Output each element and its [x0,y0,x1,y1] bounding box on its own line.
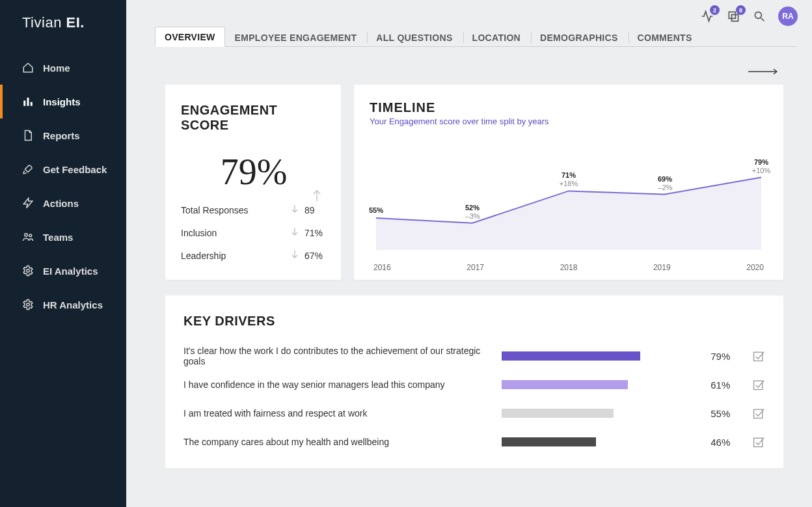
metric-value: 67% [304,251,327,261]
driver-bar [502,380,628,389]
tab-all-questions[interactable]: ALL QUESTIONS [366,27,462,47]
rocket-icon [22,163,34,175]
bars-icon [22,96,34,107]
sidebar-item-label: Reports [43,130,80,141]
engagement-title: ENGAGEMENT SCORE [181,103,327,133]
tab-location[interactable]: LOCATION [463,27,530,47]
svg-rect-17 [754,352,763,361]
driver-row: I have confidence in the way senior mana… [183,370,765,399]
driver-percent: 79% [677,351,742,362]
svg-point-4 [25,234,28,237]
timeline-x-labels: 20162017201820192020 [370,263,768,272]
key-drivers-title: KEY DRIVERS [183,314,765,329]
driver-bar [502,351,640,361]
brand-logo: Tivian EI. [0,0,126,51]
svg-rect-1 [27,98,29,106]
driver-label: I have confidence in the way senior mana… [183,379,502,390]
expand-arrow[interactable] [748,68,779,75]
topbar: 2 8 RA [700,7,798,26]
driver-checkbox[interactable] [742,349,765,363]
metric-row: Inclusion71% [181,227,327,238]
svg-rect-20 [754,438,763,446]
svg-rect-19 [754,409,763,418]
svg-point-7 [27,303,30,307]
chart-point-label: 69%--2% [657,175,672,192]
search-icon[interactable] [752,9,766,23]
svg-line-11 [761,18,765,21]
driver-checkbox[interactable] [742,407,765,420]
sidebar-item-label: Teams [43,232,73,243]
brand-text-a: Tivian [22,14,66,31]
driver-percent: 46% [677,437,742,448]
avatar[interactable]: RA [778,7,798,26]
sidebar-item-label: Insights [43,96,81,107]
driver-checkbox[interactable] [742,378,765,391]
windows-badge: 8 [736,5,746,15]
driver-row: The company cares about my health and we… [183,428,765,456]
svg-point-6 [27,269,30,273]
svg-rect-18 [754,381,763,389]
driver-bar-track [502,380,677,389]
driver-row: It's clear how the work I do contributes… [183,342,765,370]
metric-label: Inclusion [181,228,291,238]
app-root: Tivian EI. HomeInsightsReportsGet Feedba… [0,0,812,507]
people-icon [22,231,34,243]
home-icon [22,62,34,74]
engagement-score-value: 79% [221,152,288,192]
engagement-big-score: 79% [181,151,327,193]
chart-point-label: 55% [369,206,383,215]
activity-icon[interactable]: 2 [700,9,714,23]
main-content: OVERVIEWEMPLOYEE ENGAGEMENTALL QUESTIONS… [126,0,812,507]
svg-point-10 [755,12,761,18]
tab-employee-engagement[interactable]: EMPLOYEE ENGAGEMENT [225,27,367,47]
chart-x-label: 2019 [653,263,671,272]
driver-bar-track [502,351,677,361]
gear-icon [22,265,34,277]
windows-icon[interactable]: 8 [726,9,740,23]
metric-row: Total Responses89 [181,204,327,215]
svg-marker-3 [23,199,33,208]
sidebar-nav: HomeInsightsReportsGet FeedbackActionsTe… [0,51,126,322]
driver-row: I am treated with fairness and respect a… [183,399,765,428]
chart-x-label: 2020 [746,263,764,272]
tab-comments[interactable]: COMMENTS [628,27,702,47]
chart-point-label: 71%+18% [560,171,578,188]
timeline-title: TIMELINE [370,100,768,115]
tab-demographics[interactable]: DEMOGRAPHICS [530,27,628,47]
timeline-subtitle: Your Engagement score over time split by… [370,116,768,126]
sidebar-item-ei-analytics[interactable]: EI Analytics [0,254,126,288]
sidebar-item-home[interactable]: Home [0,51,126,85]
arrow-down-icon [291,204,298,215]
driver-percent: 55% [677,408,742,419]
driver-checkbox[interactable] [742,435,765,448]
sidebar-item-actions[interactable]: Actions [0,186,126,220]
driver-bar [502,409,614,418]
driver-label: It's clear how the work I do contributes… [183,346,502,366]
chart-x-label: 2016 [373,263,391,272]
sidebar-item-get-feedback[interactable]: Get Feedback [0,152,126,186]
arrow-down-icon [291,250,298,261]
bolt-icon [22,197,34,209]
driver-bar-track [502,437,677,446]
sidebar-item-hr-analytics[interactable]: HR Analytics [0,288,126,322]
key-drivers-rows: It's clear how the work I do contributes… [183,342,765,456]
timeline-chart: 55%52%--3%71%+18%69%--2%79%+10% [370,133,768,263]
engagement-metrics: Total Responses89Inclusion71%Leadership6… [181,204,327,261]
gear-icon [22,299,34,310]
sidebar: Tivian EI. HomeInsightsReportsGet Feedba… [0,0,126,507]
avatar-initials: RA [782,12,793,21]
chart-x-label: 2018 [560,263,578,272]
activity-badge: 2 [710,5,720,15]
metric-row: Leadership67% [181,250,327,261]
tab-overview[interactable]: OVERVIEW [155,27,225,47]
sidebar-item-insights[interactable]: Insights [0,85,126,118]
arrow-down-icon [291,227,298,238]
driver-label: I am treated with fairness and respect a… [183,408,502,418]
card-key-drivers: KEY DRIVERS It's clear how the work I do… [165,295,783,468]
sidebar-item-teams[interactable]: Teams [0,220,126,254]
driver-bar [502,437,596,446]
sidebar-item-label: EI Analytics [43,266,98,277]
sidebar-item-label: Actions [43,198,79,209]
sidebar-item-reports[interactable]: Reports [0,118,126,152]
metric-label: Total Responses [181,205,291,215]
